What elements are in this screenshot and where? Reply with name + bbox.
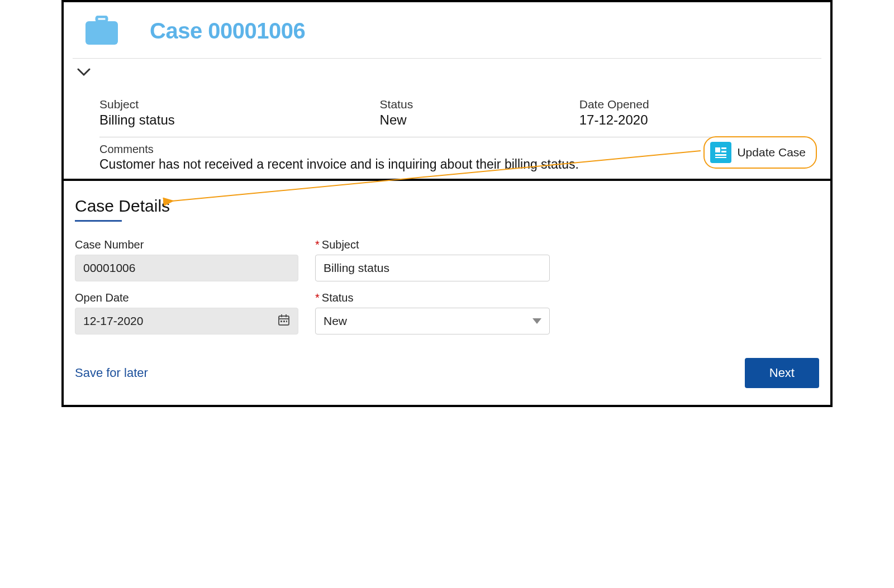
- subject-field: Subject Billing status: [99, 98, 369, 128]
- comments-label: Comments: [99, 143, 672, 156]
- update-case-button[interactable]: Update Case: [703, 136, 817, 169]
- comments-value: Customer has not received a recent invoi…: [99, 157, 672, 172]
- update-case-label: Update Case: [737, 146, 806, 159]
- open-date-input[interactable]: 12-17-2020: [75, 308, 298, 334]
- chevron-down-icon[interactable]: [77, 69, 91, 78]
- subject-label: Subject: [99, 98, 369, 111]
- status-label: Status: [380, 98, 568, 111]
- subject-input[interactable]: Billing status: [315, 255, 550, 281]
- calendar-icon[interactable]: [278, 314, 290, 329]
- date-opened-value: 17-12-2020: [579, 112, 795, 128]
- svg-rect-0: [97, 17, 107, 21]
- svg-rect-5: [715, 154, 726, 156]
- open-date-field: Open Date 12-17-2020: [75, 291, 298, 334]
- status-field: Status New: [380, 98, 568, 128]
- svg-rect-12: [286, 314, 287, 317]
- briefcase-icon: [84, 15, 120, 47]
- comments-row: Comments Customer has not received a rec…: [99, 137, 795, 172]
- date-opened-field: Date Opened 17-12-2020: [579, 98, 795, 128]
- case-number-label: Case Number: [75, 238, 298, 251]
- svg-rect-14: [283, 321, 285, 322]
- open-date-label: Open Date: [75, 291, 298, 304]
- svg-rect-1: [85, 21, 118, 45]
- status-select[interactable]: New: [315, 308, 550, 334]
- case-number-value: 00001006: [83, 261, 135, 275]
- form-grid: Case Number 00001006 *Subject Billing st…: [75, 238, 819, 334]
- subject-edit-label: *Subject: [315, 238, 550, 251]
- collapse-row: [64, 59, 830, 84]
- status-value: New: [380, 112, 568, 128]
- status-edit-field: *Status New: [315, 291, 550, 334]
- page-title: Case 00001006: [150, 18, 305, 44]
- svg-rect-11: [281, 314, 282, 317]
- subject-edit-field: *Subject Billing status: [315, 238, 550, 281]
- news-icon: [710, 142, 731, 163]
- svg-rect-3: [721, 147, 726, 149]
- dropdown-caret-icon: [532, 318, 541, 324]
- case-number-field: Case Number 00001006: [75, 238, 298, 281]
- form-footer: Save for later Next: [75, 358, 819, 388]
- svg-rect-13: [280, 321, 282, 322]
- summary-grid: Subject Billing status Status New Date O…: [99, 98, 795, 135]
- status-edit-label: *Status: [315, 291, 550, 304]
- page-container: Case 00001006 Subject Billing status Sta…: [61, 0, 833, 407]
- svg-rect-15: [286, 321, 287, 322]
- subject-input-value: Billing status: [324, 261, 389, 275]
- save-for-later-link[interactable]: Save for later: [75, 366, 148, 380]
- svg-rect-2: [715, 147, 720, 152]
- case-summary-panel: Case 00001006 Subject Billing status Sta…: [64, 2, 830, 181]
- case-details-panel: Case Details Case Number 00001006 *Subje…: [64, 181, 830, 405]
- case-details-title: Case Details: [75, 197, 170, 221]
- next-button[interactable]: Next: [745, 358, 819, 388]
- status-select-value: New: [324, 314, 347, 328]
- date-opened-label: Date Opened: [579, 98, 795, 111]
- open-date-value: 12-17-2020: [83, 314, 143, 328]
- summary-section: Subject Billing status Status New Date O…: [64, 84, 830, 172]
- case-number-input: 00001006: [75, 255, 298, 281]
- subject-value: Billing status: [99, 112, 369, 128]
- svg-rect-4: [721, 151, 726, 152]
- svg-rect-6: [715, 157, 726, 158]
- page-header: Case 00001006: [64, 10, 830, 58]
